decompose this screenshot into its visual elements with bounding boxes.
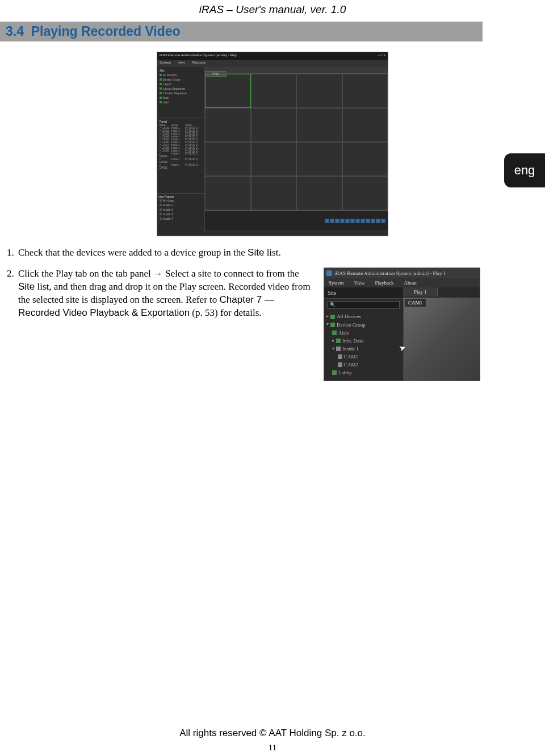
tree-device-group[interactable]: ▾Device Group xyxy=(326,321,401,329)
search-input[interactable]: 🔍 xyxy=(328,301,400,309)
grid-cell[interactable] xyxy=(342,74,388,108)
window-titlebar: iRAS Remote Administration System [admin… xyxy=(324,268,480,278)
ctrl-rew-icon[interactable] xyxy=(335,219,339,223)
ctrl-pause-icon[interactable] xyxy=(345,219,350,223)
step-number: 1. xyxy=(7,247,18,260)
side-user[interactable]: User xyxy=(158,100,203,105)
tree-info-desk[interactable]: ▸Info. Desk xyxy=(326,337,401,345)
menu-bar: System View Playback About xyxy=(324,278,480,287)
side-map[interactable]: Map xyxy=(158,95,203,100)
main-view: Play xyxy=(205,67,388,232)
list-row[interactable]: ✓ CAM10Inside 107:36:30 D.. xyxy=(158,152,203,158)
cube-icon xyxy=(160,83,162,85)
cube-icon xyxy=(160,78,162,81)
step-number: 2. xyxy=(7,268,18,381)
step1-text-b: list. xyxy=(264,247,280,258)
ctrl-extra-icon[interactable] xyxy=(371,219,375,223)
grid-cell[interactable] xyxy=(205,108,251,142)
menu-system[interactable]: System xyxy=(160,61,171,66)
grid-cell[interactable] xyxy=(296,176,342,210)
tree-lobby[interactable]: Lobby xyxy=(326,369,401,377)
chevron-down-icon: ▾ xyxy=(326,321,329,328)
menu-view[interactable]: View xyxy=(354,279,365,286)
site-label: Site xyxy=(158,68,203,73)
tab-strip: Play 1 xyxy=(404,287,480,298)
grid-cell[interactable] xyxy=(296,108,342,142)
cube-icon xyxy=(160,97,162,99)
cube-icon xyxy=(336,346,341,351)
ctrl-first-icon[interactable] xyxy=(325,219,329,223)
cube-icon xyxy=(160,101,162,103)
grid-cell-selected[interactable] xyxy=(205,74,251,108)
menu-playback[interactable]: Playback xyxy=(375,279,393,286)
tree-cam1[interactable]: CAM1 xyxy=(326,353,401,361)
live-row[interactable]: Inside 3 xyxy=(158,212,203,216)
grid-cell[interactable] xyxy=(205,176,251,210)
chevron-right-icon: ▸ xyxy=(332,338,334,344)
cube-icon xyxy=(336,339,341,343)
grid-cell[interactable] xyxy=(342,176,388,210)
step2-text-c: (p. 53) for details. xyxy=(190,307,262,318)
tree-cam2[interactable]: CAM2 xyxy=(326,361,401,369)
live-row[interactable]: Inside 1 xyxy=(158,203,203,207)
grid-cell[interactable] xyxy=(342,108,388,142)
app-icon xyxy=(326,270,332,276)
live-row[interactable]: Inside 2 xyxy=(158,207,203,212)
language-tab: eng xyxy=(504,153,545,187)
live-row[interactable]: Inside 4 xyxy=(158,216,203,221)
grid-cell[interactable] xyxy=(251,142,297,176)
grid-cell[interactable] xyxy=(205,142,251,176)
ctrl-extra-icon[interactable] xyxy=(381,219,385,223)
list-row[interactable]: ✓ CAM12Inside 107:36:30 D.. xyxy=(158,164,203,169)
window-title: iRAS Remote Administration System [admin… xyxy=(334,270,446,277)
grid-cell[interactable] xyxy=(296,74,342,108)
grid-cell[interactable] xyxy=(251,108,297,142)
side-layout[interactable]: Layout xyxy=(158,82,203,86)
menu-playback[interactable]: Playback xyxy=(192,61,206,66)
ctrl-prev-icon[interactable] xyxy=(330,219,334,223)
chevron-right-icon: ▸ xyxy=(326,314,329,320)
side-device-group[interactable]: Device Group xyxy=(158,77,203,82)
menu-about[interactable]: About xyxy=(404,279,417,286)
tree-inside1[interactable]: ▾Inside 1 xyxy=(326,345,401,353)
ctrl-extra-icon[interactable] xyxy=(376,219,380,223)
main-view: Play 1 CAM1 ➤ xyxy=(404,287,480,381)
section-heading: 3.4 Playing Recorded Video xyxy=(0,22,483,41)
ctrl-stop-icon[interactable] xyxy=(350,219,355,223)
step1-site: Site xyxy=(248,247,264,258)
panel-label: Panel xyxy=(158,119,203,124)
cube-icon xyxy=(160,74,162,76)
playback-timeline[interactable] xyxy=(205,210,388,231)
sidebar-site-panel: Site All Devices Device Group Layout Lay… xyxy=(157,67,204,118)
tree-all-devices[interactable]: ▸All Devices xyxy=(326,312,401,320)
step-2: 2. Click the Play tab on the tab panel →… xyxy=(7,268,528,381)
chevron-down-icon: ▾ xyxy=(332,346,334,352)
playback-controls xyxy=(325,219,385,223)
sidebar-panel-list: Panel Name Group Status ✓ CAM1Inside 107… xyxy=(157,118,204,194)
ctrl-ff-icon[interactable] xyxy=(355,219,360,223)
cube-icon xyxy=(332,331,337,335)
camera-label: CAM1 xyxy=(405,299,426,307)
side-camera-seq[interactable]: Camera Sequence xyxy=(158,91,203,95)
screenshot-sidebar-drag: iRAS Remote Administration System [admin… xyxy=(324,268,480,381)
camera-view[interactable]: CAM1 ➤ xyxy=(404,298,480,381)
section-number: 3.4 xyxy=(6,24,24,39)
ctrl-next-icon[interactable] xyxy=(360,219,365,223)
menu-view[interactable]: View xyxy=(178,61,185,66)
step2-text-a: Click the Play tab on the tab panel → Se… xyxy=(18,268,299,279)
menu-system[interactable]: System xyxy=(329,279,344,286)
ctrl-last-icon[interactable] xyxy=(366,219,370,223)
tree-aisle[interactable]: Aisle xyxy=(326,329,401,337)
side-layout-seq[interactable]: Layout Sequence xyxy=(158,86,203,91)
grid-cell[interactable] xyxy=(251,74,297,108)
site-header: Site xyxy=(324,287,403,299)
window-controls-icon: – □ × xyxy=(378,53,385,59)
list-row[interactable]: ✓ CAM11Inside 107:36:30 D.. xyxy=(158,158,203,164)
side-all-devices[interactable]: All Devices xyxy=(158,73,203,77)
grid-cell[interactable] xyxy=(296,142,342,176)
grid-cell[interactable] xyxy=(251,176,297,210)
tab-play1[interactable]: Play 1 xyxy=(404,287,438,296)
ctrl-play-icon[interactable] xyxy=(340,219,345,223)
grid-cell[interactable] xyxy=(342,142,388,176)
live-row[interactable]: Alt+Load xyxy=(158,198,203,203)
